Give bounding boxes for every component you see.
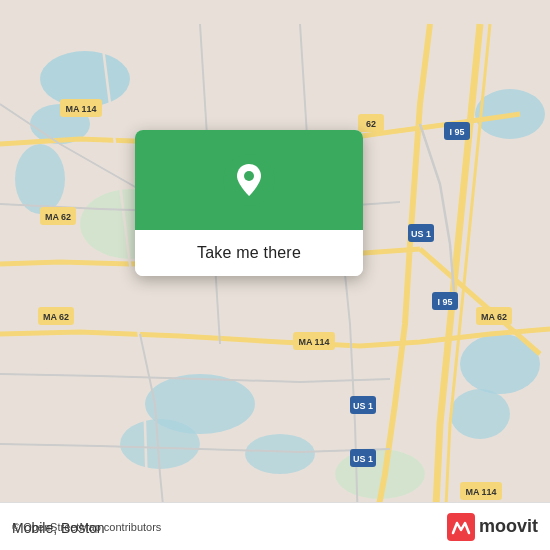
svg-point-39 [244,171,254,181]
popup-header [135,130,363,230]
svg-rect-40 [447,513,475,541]
svg-point-1 [40,51,130,107]
svg-text:US 1: US 1 [411,229,431,239]
svg-text:62: 62 [366,119,376,129]
svg-text:US 1: US 1 [353,454,373,464]
svg-text:I 95: I 95 [437,297,452,307]
take-me-there-button[interactable]: Take me there [135,230,363,276]
moovit-text: moovit [479,516,538,537]
moovit-logo: moovit [447,513,538,541]
map-container: MA 114 MA 114 62 I 95 I 95 US 1 US 1 US … [0,0,550,550]
svg-text:MA 62: MA 62 [45,212,71,222]
svg-point-9 [245,434,315,474]
svg-text:MA 62: MA 62 [43,312,69,322]
svg-point-6 [450,389,510,439]
popup-card: Take me there [135,130,363,276]
app-title: Mobile, Boston [12,520,105,536]
svg-point-3 [15,144,65,214]
svg-text:MA 114: MA 114 [298,337,329,347]
svg-text:MA 114: MA 114 [465,487,496,497]
svg-text:US 1: US 1 [353,401,373,411]
svg-text:I 95: I 95 [449,127,464,137]
moovit-brand-icon [447,513,475,541]
svg-text:MA 114: MA 114 [65,104,96,114]
svg-text:MA 62: MA 62 [481,312,507,322]
location-pin-icon [223,154,275,206]
